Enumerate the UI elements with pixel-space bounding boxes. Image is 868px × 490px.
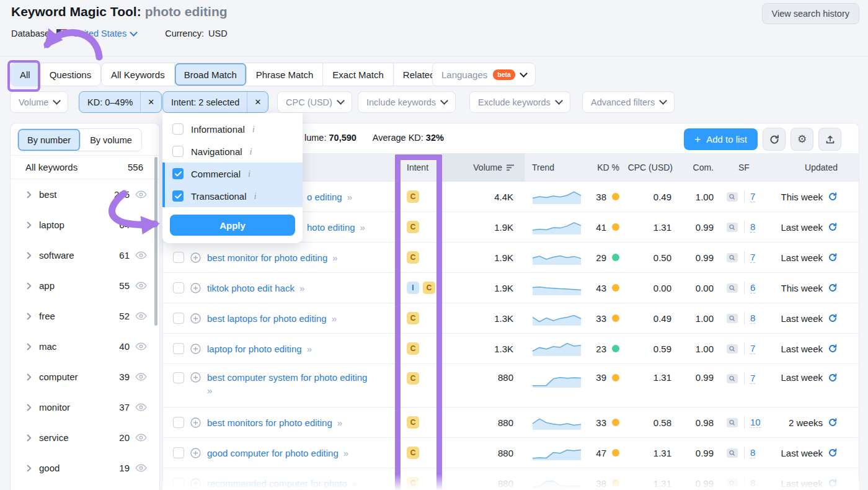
settings-button[interactable]: ⚙: [790, 128, 813, 151]
intent-filter[interactable]: Intent: 2 selected ✕: [162, 91, 268, 113]
row-checkbox[interactable]: [173, 372, 184, 383]
serp-preview-icon[interactable]: [726, 478, 738, 489]
row-checkbox[interactable]: [173, 478, 184, 489]
tab-all-keywords[interactable]: All Keywords: [102, 63, 175, 86]
expand-chevron-icon[interactable]: [27, 373, 32, 381]
expand-chevron-icon[interactable]: [27, 252, 32, 259]
sidebar-keyword-group[interactable]: mac 40: [11, 331, 159, 362]
keyword-link[interactable]: o editing: [307, 192, 342, 202]
sf-count[interactable]: 7: [750, 191, 755, 202]
open-keyword-arrows-icon[interactable]: »: [347, 192, 352, 202]
cpc-filter[interactable]: CPC (USD): [277, 91, 352, 113]
row-refresh-icon[interactable]: [828, 448, 838, 458]
eye-icon[interactable]: [135, 282, 147, 290]
sort-by-volume-tab[interactable]: By volume: [81, 129, 141, 151]
open-keyword-arrows-icon[interactable]: »: [337, 417, 342, 428]
keyword-link[interactable]: recommended computer for photo: [207, 478, 347, 489]
add-keyword-icon[interactable]: [190, 313, 201, 324]
serp-preview-icon[interactable]: [726, 417, 738, 428]
clear-kd-filter-icon[interactable]: ✕: [140, 92, 161, 112]
sidebar-keyword-group[interactable]: monitor 37: [11, 392, 159, 422]
row-refresh-icon[interactable]: [828, 478, 838, 488]
row-checkbox[interactable]: [173, 252, 184, 263]
keyword-link[interactable]: best monitor for photo editing: [207, 252, 327, 263]
checkbox-checked[interactable]: [172, 190, 184, 202]
tab-exact-match[interactable]: Exact Match: [323, 63, 394, 86]
export-button[interactable]: [818, 128, 841, 151]
serp-preview-icon[interactable]: [726, 283, 738, 293]
sidebar-keyword-group[interactable]: software 61: [11, 240, 159, 270]
row-refresh-icon[interactable]: [828, 252, 838, 262]
checkbox-unchecked[interactable]: [172, 146, 184, 157]
intent-option-informational[interactable]: Informational i: [162, 118, 303, 140]
all-keywords-row[interactable]: All keywords 556: [11, 155, 159, 179]
eye-icon[interactable]: [135, 373, 147, 381]
add-to-list-button[interactable]: + Add to list: [684, 128, 758, 150]
eye-icon[interactable]: [135, 312, 147, 320]
tab-all[interactable]: All: [11, 63, 40, 86]
refresh-button[interactable]: [763, 128, 786, 151]
keyword-link[interactable]: tiktok photo edit hack: [207, 283, 294, 293]
include-keywords-filter[interactable]: Include keywords: [358, 91, 456, 113]
row-checkbox[interactable]: [173, 343, 184, 354]
sf-count[interactable]: 8: [750, 313, 755, 324]
sidebar-scrollbar[interactable]: [154, 157, 157, 326]
intent-option-navigational[interactable]: Navigational i: [162, 140, 303, 163]
sidebar-keyword-group[interactable]: free 52: [11, 301, 159, 331]
advanced-filters[interactable]: Advanced filters: [582, 91, 675, 113]
kd-filter[interactable]: KD: 0–49% ✕: [79, 91, 162, 113]
expand-chevron-icon[interactable]: [27, 313, 32, 320]
exclude-keywords-filter[interactable]: Exclude keywords: [469, 91, 570, 113]
checkbox-checked[interactable]: [172, 168, 184, 179]
eye-icon[interactable]: [135, 464, 147, 472]
sidebar-keyword-group[interactable]: best 225: [11, 179, 159, 210]
sf-count[interactable]: 8: [750, 447, 755, 458]
add-keyword-icon[interactable]: [190, 478, 201, 489]
open-keyword-arrows-icon[interactable]: »: [332, 252, 337, 263]
row-refresh-icon[interactable]: [828, 417, 838, 427]
add-keyword-icon[interactable]: [190, 344, 201, 354]
open-keyword-arrows-icon[interactable]: »: [207, 385, 367, 396]
open-keyword-arrows-icon[interactable]: »: [343, 448, 348, 458]
view-search-history-button[interactable]: View search history: [762, 3, 859, 24]
open-keyword-arrows-icon[interactable]: »: [352, 478, 357, 489]
keyword-link[interactable]: hoto editing: [307, 222, 355, 233]
sf-count[interactable]: 8: [750, 221, 755, 233]
sf-count[interactable]: 8: [750, 478, 755, 489]
expand-chevron-icon[interactable]: [27, 404, 32, 411]
row-refresh-icon[interactable]: [828, 192, 838, 202]
sf-count[interactable]: 7: [750, 343, 755, 354]
keyword-link[interactable]: best monitors for photo editing: [207, 417, 332, 428]
serp-preview-icon[interactable]: [726, 252, 738, 263]
expand-chevron-icon[interactable]: [27, 434, 32, 442]
serp-preview-icon[interactable]: [726, 344, 738, 354]
intent-option-commercial[interactable]: Commercial i: [165, 163, 303, 185]
add-keyword-icon[interactable]: [190, 252, 201, 263]
eye-icon[interactable]: [135, 342, 147, 350]
row-checkbox[interactable]: [173, 417, 184, 428]
sf-count[interactable]: 7: [750, 373, 755, 384]
languages-dropdown[interactable]: Languages beta: [432, 63, 536, 86]
row-refresh-icon[interactable]: [828, 373, 838, 383]
keyword-link[interactable]: laptop for photo editing: [207, 344, 302, 354]
open-keyword-arrows-icon[interactable]: »: [299, 283, 304, 293]
eye-icon[interactable]: [135, 403, 147, 411]
database-selector[interactable]: United States: [56, 29, 136, 38]
expand-chevron-icon[interactable]: [27, 465, 32, 472]
eye-icon[interactable]: [135, 190, 147, 198]
volume-filter[interactable]: Volume: [10, 91, 68, 113]
row-checkbox[interactable]: [173, 313, 184, 324]
add-keyword-icon[interactable]: [190, 283, 201, 293]
sidebar-keyword-group[interactable]: service 20: [11, 422, 159, 453]
eye-icon[interactable]: [135, 251, 147, 259]
open-keyword-arrows-icon[interactable]: »: [360, 222, 365, 233]
sf-count[interactable]: 10: [750, 417, 761, 428]
eye-icon[interactable]: [135, 434, 147, 442]
sf-count[interactable]: 6: [750, 282, 755, 293]
expand-chevron-icon[interactable]: [27, 282, 32, 290]
add-keyword-icon[interactable]: [190, 417, 201, 428]
sidebar-keyword-group[interactable]: app 55: [11, 270, 159, 301]
open-keyword-arrows-icon[interactable]: »: [307, 344, 312, 354]
add-keyword-icon[interactable]: [190, 448, 201, 458]
add-keyword-icon[interactable]: [190, 372, 201, 383]
